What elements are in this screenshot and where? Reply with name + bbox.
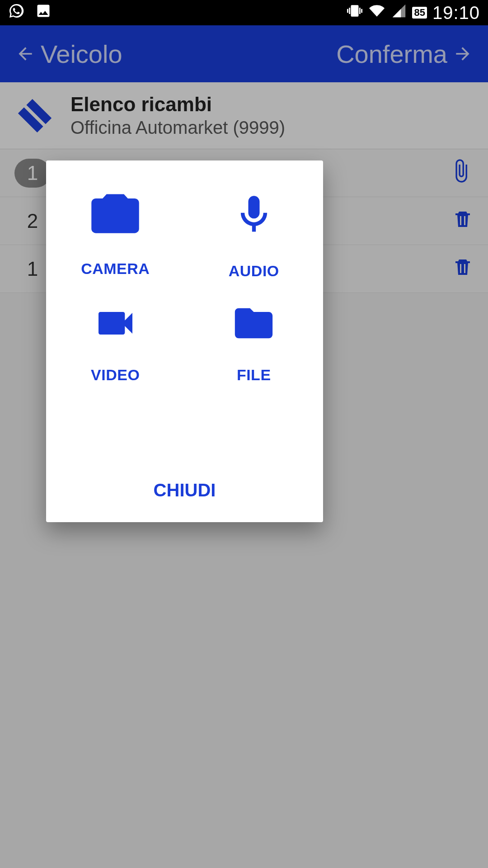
audio-label: AUDIO	[229, 262, 279, 280]
cell-signal-icon	[391, 3, 407, 23]
image-notification-icon	[35, 3, 52, 23]
video-label: VIDEO	[91, 366, 140, 384]
file-option[interactable]: FILE	[185, 301, 324, 414]
close-button[interactable]: CHIUDI	[46, 462, 323, 522]
statusbar-clock: 19:10	[432, 3, 480, 23]
video-option[interactable]: VIDEO	[46, 301, 185, 414]
attachment-picker-dialog: CAMERA AUDIO VIDEO FILE CHIUDI	[46, 160, 323, 522]
android-statusbar: 85 19:10	[0, 0, 488, 25]
audio-option[interactable]: AUDIO	[185, 188, 324, 301]
battery-badge: 85	[412, 7, 427, 19]
camera-label: CAMERA	[81, 260, 150, 278]
wifi-icon	[368, 3, 386, 23]
vibrate-icon	[347, 3, 362, 23]
file-label: FILE	[237, 366, 271, 384]
video-icon	[87, 301, 144, 346]
camera-icon	[86, 188, 145, 240]
camera-option[interactable]: CAMERA	[46, 188, 185, 301]
microphone-icon	[231, 188, 277, 242]
whatsapp-icon	[8, 3, 24, 23]
folder-icon	[225, 301, 282, 346]
